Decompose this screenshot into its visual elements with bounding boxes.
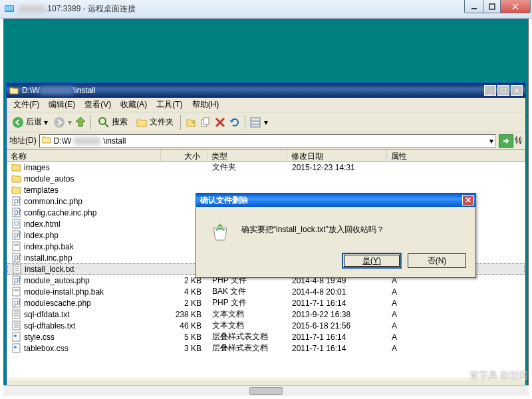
col-name[interactable]: 名称: [7, 150, 161, 161]
svg-rect-3: [489, 4, 495, 9]
horizontal-scrollbar[interactable]: [3, 385, 529, 396]
menu-file[interactable]: 文件(F): [9, 98, 43, 112]
copy-to-button[interactable]: [200, 116, 211, 128]
chevron-down-icon[interactable]: ▾: [489, 136, 493, 146]
file-name: module_autos.php: [24, 276, 90, 285]
svg-rect-21: [13, 242, 20, 251]
address-input-wrapper[interactable]: D:\W ▾: [39, 134, 496, 148]
delete-button[interactable]: [214, 116, 226, 128]
svg-point-46: [14, 346, 17, 348]
go-button[interactable]: [499, 134, 513, 148]
col-attr[interactable]: 属性: [387, 150, 525, 161]
file-type: 文本文档: [208, 309, 288, 320]
blurred-ip: [19, 5, 45, 13]
folders-button[interactable]: 文件夹: [133, 115, 176, 130]
go-label: 转: [515, 135, 523, 146]
menu-bar: 文件(F) 编辑(E) 查看(V) 收藏(A) 工具(T) 帮助(H): [7, 98, 525, 112]
file-row[interactable]: module-install.php.bak4 KBBAK 文件2014-4-8…: [7, 286, 525, 297]
no-button[interactable]: 否(N): [408, 253, 466, 268]
svg-point-4: [13, 117, 23, 128]
file-type: 文件夹: [208, 162, 288, 173]
toolbar: 后退 ▾ ▾ 搜索 文件夹 ▾: [7, 112, 525, 132]
maximize-button[interactable]: [483, 0, 501, 13]
explorer-maximize-button[interactable]: ☐: [497, 85, 509, 96]
search-button[interactable]: 搜索: [95, 115, 130, 130]
menu-view[interactable]: 查看(V): [80, 98, 115, 112]
yes-button[interactable]: 是(Y): [342, 253, 401, 268]
file-name: images: [24, 163, 50, 172]
file-row[interactable]: sql-dftables.txt46 KB文本文档2015-6-18 21:56…: [7, 320, 525, 331]
folders-label: 文件夹: [150, 116, 174, 128]
menu-edit[interactable]: 编辑(E): [45, 98, 79, 112]
svg-text:php: php: [14, 196, 21, 205]
file-row[interactable]: tablebox.css3 KB层叠样式表文档2011-7-1 16:14A: [7, 342, 525, 354]
undo-button[interactable]: [229, 116, 241, 128]
address-label: 地址(D): [9, 135, 37, 146]
file-row[interactable]: sql-dfdata.txt238 KB文本文档2013-9-22 16:38A: [7, 309, 525, 320]
svg-rect-31: [13, 287, 20, 296]
up-button[interactable]: [74, 116, 86, 128]
file-attr: A: [388, 287, 428, 297]
dialog-close-button[interactable]: ✕: [462, 195, 474, 205]
svg-point-6: [99, 118, 106, 124]
explorer-titlebar[interactable]: D:\W \install _ ☐ ✕: [7, 83, 525, 98]
chevron-down-icon[interactable]: ▾: [68, 118, 72, 127]
back-button[interactable]: 后退 ▾: [9, 115, 51, 130]
file-name: tablebox.css: [24, 344, 68, 353]
svg-rect-43: [13, 332, 20, 341]
window-title: .107:3389 - 远程桌面连接: [45, 3, 532, 15]
bak-icon: [11, 241, 21, 251]
file-name: style.css: [24, 332, 55, 342]
search-label: 搜索: [112, 116, 128, 128]
file-name: install.inc.php: [24, 253, 72, 263]
file-date: 2013-9-22 16:38: [288, 310, 388, 319]
explorer-minimize-button[interactable]: _: [484, 85, 496, 96]
close-button[interactable]: [500, 0, 531, 13]
svg-text:php: php: [14, 230, 21, 239]
dialog-message: 确实要把“install_lock.txt”放入回收站吗？: [241, 221, 384, 235]
explorer-close-button[interactable]: ✕: [511, 85, 523, 96]
col-date[interactable]: 修改日期: [287, 150, 387, 161]
menu-fav[interactable]: 收藏(A): [116, 98, 151, 112]
file-size: 3 KB: [162, 344, 208, 353]
forward-button[interactable]: [53, 116, 65, 128]
svg-rect-10: [251, 118, 260, 127]
back-label: 后退: [26, 116, 42, 128]
file-row[interactable]: module_autos: [7, 173, 525, 184]
dialog-titlebar[interactable]: 确认文件删除 ✕: [196, 194, 475, 207]
file-size: 5 KB: [162, 332, 208, 342]
css-icon: [11, 332, 21, 342]
blurred-path: [74, 137, 100, 145]
confirm-delete-dialog: 确认文件删除 ✕ 确实要把“install_lock.txt”放入回收站吗？ 是…: [196, 193, 476, 278]
views-button[interactable]: [249, 116, 261, 128]
col-size[interactable]: 大小: [161, 150, 207, 161]
file-name: modulescache.php: [24, 299, 91, 308]
html-icon: [11, 219, 21, 229]
move-to-button[interactable]: [185, 116, 197, 128]
svg-rect-1: [5, 6, 13, 11]
chevron-down-icon[interactable]: ▾: [264, 118, 268, 127]
menu-help[interactable]: 帮助(H): [188, 98, 223, 112]
menu-tools[interactable]: 工具(T): [152, 98, 186, 112]
file-attr: A: [388, 299, 428, 308]
svg-text:php: php: [14, 253, 21, 262]
file-type: 层叠样式表文档: [208, 331, 288, 342]
file-row[interactable]: phpmodulescache.php2 KBPHP 文件2011-7-1 16…: [7, 297, 525, 309]
blurred-path: [40, 86, 73, 94]
file-name: module_autos: [24, 174, 74, 184]
address-input[interactable]: [103, 136, 487, 146]
file-row[interactable]: style.css5 KB层叠样式表文档2011-7-1 16:14A: [7, 331, 525, 342]
file-name: templates: [24, 186, 59, 195]
remote-desktop-area: D:\W \install _ ☐ ✕ 文件(F) 编辑(E) 查看(V) 收藏…: [3, 19, 529, 396]
file-row[interactable]: images文件夹2015-12-23 14:31: [7, 162, 525, 173]
address-bar: 地址(D) D:\W ▾ 转: [7, 132, 525, 150]
svg-rect-17: [13, 219, 20, 228]
php-icon: php: [11, 196, 21, 206]
file-type: 文本文档: [208, 320, 288, 331]
file-date: 2015-6-18 21:56: [288, 321, 388, 331]
col-type[interactable]: 类型: [207, 150, 287, 161]
scrollbar-thumb[interactable]: [249, 387, 283, 395]
php-icon: php: [11, 253, 21, 263]
minimize-button[interactable]: [464, 0, 483, 13]
file-attr: A: [388, 344, 428, 353]
